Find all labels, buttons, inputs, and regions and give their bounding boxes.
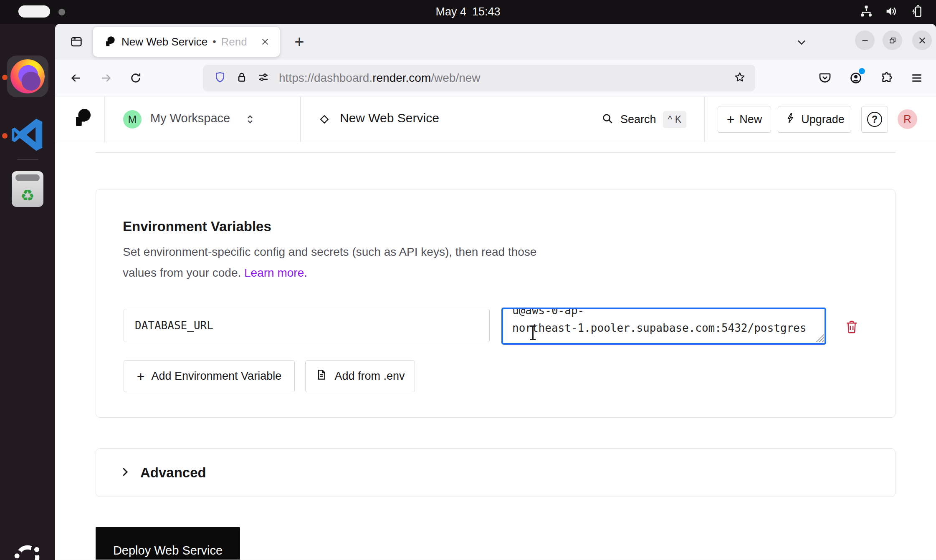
bookmark-star-icon[interactable] — [734, 71, 746, 85]
workspace-name[interactable]: My Workspace — [150, 111, 230, 125]
ubuntu-dock: ♻ — [0, 24, 55, 560]
url-domain: render.com — [372, 71, 431, 84]
section-title: Environment Variables — [123, 219, 271, 235]
desc-text: values from your code. — [123, 266, 241, 279]
env-value-textarea[interactable]: u@aws-0-ap- northeast-1.pooler.supabase.… — [501, 308, 826, 345]
dock-divider — [17, 159, 38, 160]
env-value-line1: u@aws-0-ap- — [512, 308, 815, 319]
vscode-running-dot — [2, 133, 8, 139]
system-top-bar: May 4 15:43 — [0, 0, 936, 24]
url-path: /web/new — [431, 71, 480, 84]
window-close-button[interactable] — [912, 30, 932, 50]
help-button[interactable]: ? — [861, 106, 888, 133]
user-initial: R — [903, 113, 911, 126]
add-variable-label: Add Environment Variable — [152, 370, 282, 383]
vscode-icon — [8, 115, 47, 156]
new-tab-button[interactable]: + — [289, 31, 310, 52]
advanced-title: Advanced — [140, 465, 206, 481]
browser-tab[interactable]: New Web Service • Rend — [93, 27, 280, 57]
previous-card-bottom-edge — [96, 152, 896, 153]
window-minimize-button[interactable] — [855, 30, 875, 50]
hamburger-menu-icon[interactable] — [907, 68, 927, 88]
render-logo-icon[interactable] — [72, 108, 92, 130]
section-description-line2: values from your code. Learn more. — [123, 266, 307, 280]
system-tray[interactable] — [859, 0, 923, 24]
firefox-icon — [10, 59, 45, 93]
environment-variables-card: Environment Variables Set environment-sp… — [96, 189, 896, 418]
add-from-env-label: Add from .env — [334, 370, 405, 383]
add-from-env-button[interactable]: Add from .env — [305, 360, 415, 392]
env-value-text: u@aws-0-ap- northeast-1.pooler.supabase.… — [503, 308, 825, 337]
search-label: Search — [620, 113, 656, 126]
header-divider — [300, 96, 301, 142]
env-key-input[interactable]: DATABASE_URL — [124, 309, 490, 342]
plus-icon: + — [137, 370, 145, 383]
deploy-label: Deploy Web Service — [113, 544, 223, 557]
search-icon — [601, 112, 614, 126]
render-dashboard: M My Workspace New Web Service Search ^ … — [55, 96, 936, 560]
workspace-initial: M — [128, 114, 137, 126]
render-favicon-icon — [104, 36, 116, 48]
screen: May 4 15:43 ♻ — [0, 0, 936, 560]
new-button[interactable]: + New — [718, 106, 771, 133]
shield-icon[interactable] — [214, 71, 226, 85]
document-icon — [315, 368, 328, 384]
ubuntu-logo-icon[interactable] — [11, 540, 44, 560]
url-text[interactable]: https://dashboard.render.com/web/new — [279, 71, 481, 85]
add-environment-variable-button[interactable]: + Add Environment Variable — [124, 360, 295, 392]
plus-icon: + — [727, 113, 735, 126]
system-clock[interactable]: May 4 15:43 — [0, 0, 936, 24]
reload-icon[interactable] — [125, 67, 147, 89]
env-key-value: DATABASE_URL — [135, 319, 213, 332]
clock-time: 15:43 — [472, 5, 501, 18]
dock-firefox-button[interactable] — [7, 55, 48, 97]
section-description-line1: Set environment-specific config and secr… — [123, 245, 536, 259]
firefox-running-dot — [2, 75, 8, 80]
header-divider — [704, 96, 705, 142]
chevron-right-icon — [119, 466, 131, 480]
search-button[interactable]: Search ^ K — [601, 96, 686, 142]
permissions-icon[interactable] — [257, 71, 270, 85]
firefox-window: New Web Service • Rend + — [55, 24, 936, 560]
account-icon[interactable] — [846, 68, 866, 88]
browser-toolbar: https://dashboard.render.com/web/new — [55, 60, 936, 96]
workspace-selector-icon[interactable] — [244, 113, 256, 126]
extensions-icon[interactable] — [877, 68, 897, 88]
user-avatar[interactable]: R — [898, 109, 917, 129]
back-icon[interactable] — [65, 67, 87, 89]
network-icon — [859, 4, 873, 20]
lock-icon[interactable] — [235, 71, 248, 85]
deploy-web-service-button[interactable]: Deploy Web Service — [96, 527, 240, 560]
list-all-tabs-chevron-icon[interactable] — [793, 34, 810, 50]
window-maximize-button[interactable] — [883, 30, 902, 50]
learn-more-link[interactable]: Learn more. — [244, 266, 307, 279]
new-button-label: New — [739, 113, 762, 126]
plus-icon: + — [294, 33, 304, 51]
battery-icon — [909, 4, 923, 20]
tab-strip: New Web Service • Rend + — [55, 24, 936, 60]
clock-date: May 4 — [435, 5, 466, 18]
firefox-view-icon[interactable] — [66, 31, 87, 52]
forward-icon[interactable] — [95, 67, 117, 89]
help-icon: ? — [867, 112, 882, 127]
tab-separator: • — [212, 36, 216, 48]
account-notification-dot — [859, 68, 865, 74]
lightning-icon — [784, 112, 796, 127]
delete-variable-trash-icon[interactable] — [844, 319, 860, 335]
upgrade-button[interactable]: Upgrade — [778, 106, 851, 133]
search-shortcut: ^ K — [663, 111, 687, 128]
advanced-section[interactable]: Advanced — [96, 448, 896, 497]
env-value-line2: northeast-1.pooler.supabase.com:5432/pos… — [512, 319, 815, 337]
dock-trash-button[interactable]: ♻ — [12, 171, 43, 207]
workspace-avatar[interactable]: M — [123, 110, 142, 129]
recycle-icon: ♻ — [20, 188, 35, 204]
trash-lid — [15, 174, 40, 181]
volume-icon — [884, 4, 898, 20]
url-bar[interactable]: https://dashboard.render.com/web/new — [203, 65, 755, 91]
pocket-icon[interactable] — [815, 68, 835, 88]
tab-title: New Web Service — [121, 35, 207, 48]
tab-site-hint: Rend — [221, 35, 247, 48]
tab-close-icon[interactable] — [258, 35, 272, 49]
text-cursor-pointer — [532, 326, 534, 339]
dock-vscode-button[interactable] — [7, 115, 48, 156]
